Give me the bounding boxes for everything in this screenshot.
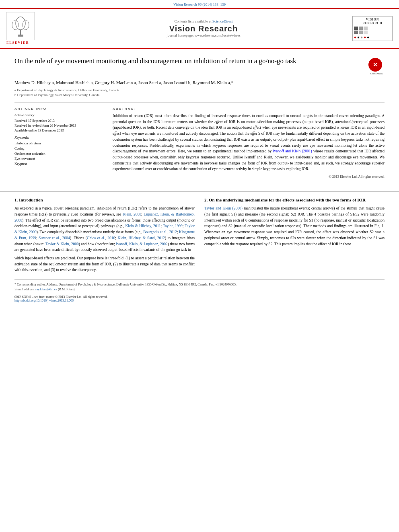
vr-logo-text: VISIONRESEARCH [354, 18, 391, 25]
section2-title-text: On the underlying mechanisms for the eff… [209, 197, 366, 202]
info-abstract-section: ARTICLE INFO Article history: Received 1… [14, 103, 385, 179]
keyword-3: Oculomotor activation [14, 151, 103, 156]
doi-link[interactable]: http://dx.doi.org/10.1016/j.visres.2013.… [14, 299, 74, 302]
sumner-2004-link[interactable]: Sumner et al., 2004 [39, 236, 70, 240]
keywords-label: Keywords: [14, 136, 103, 140]
vr-dot-black: ● [357, 35, 360, 39]
elsevier-tree-icon [6, 12, 35, 40]
contents-available-line: Contents lists available at ScienceDirec… [55, 19, 352, 23]
affiliations-section: a Department of Psychology & Neuroscienc… [14, 88, 385, 98]
vr-dot-black2: ● [367, 35, 369, 39]
main-body: 1. Introduction As explored in a typical… [0, 197, 399, 275]
revised-date: Received in revised form 26 November 201… [14, 123, 103, 127]
keywords-list: Inhibition of return Cueing Oculomotor a… [14, 141, 103, 166]
authors-text: Matthew D. Hilchey a, Mahmoud Hashish a,… [14, 80, 233, 85]
vr-box-4 [354, 31, 358, 34]
abstract-body: Inhibition of return (IOR) most often de… [113, 113, 385, 172]
journal-reference: Vision Research 96 (2014) 133–139 [0, 0, 399, 8]
elsevier-logo: ELSEVIER [6, 12, 55, 45]
article-history-label: Article history: [14, 113, 103, 117]
journal-header: ELSEVIER Contents lists available at Sci… [0, 8, 399, 48]
footnotes-section: * Corresponding author. Address: Departm… [14, 279, 385, 292]
crossmark-label: CrossMark [368, 72, 385, 75]
abstract-heading: ABSTRACT [113, 107, 385, 111]
vr-box-5 [359, 31, 363, 34]
klein-hilchey-satel-2012-link[interactable]: Klein, Hilchey, & Satel, 2012 [118, 236, 165, 240]
keyword-1: Inhibition of return [14, 141, 103, 146]
section1-number: 1. [14, 197, 18, 202]
article-info-heading: ARTICLE INFO [14, 107, 103, 111]
keyword-4: Eye movement [14, 156, 103, 161]
section1-body: As explored in a typical covert orientin… [14, 205, 195, 273]
ivanoff-2002-link[interactable]: Ivanoff, Klein, & Lupianez, 2002 [116, 242, 168, 246]
body-right-column: 2. On the underlying mechanisms for the … [204, 197, 385, 275]
article-info-column: ARTICLE INFO Article history: Received 1… [14, 107, 103, 179]
crossmark-icon: ✕ [368, 58, 382, 72]
vision-research-logo-box: VISIONRESEARCH ● ● ● ● ● [352, 16, 393, 41]
keyword-2: Cueing [14, 146, 103, 151]
title-section: On the role of eye movement monitoring a… [14, 56, 385, 75]
body-left-column: 1. Introduction As explored in a typical… [14, 197, 195, 275]
section2-title: 2. On the underlying mechanisms for the … [204, 197, 385, 202]
abstract-copyright: © 2013 Elsevier Ltd. All rights reserved… [113, 175, 385, 179]
email-link[interactable]: ray.klein@dal.ca [35, 288, 57, 291]
svg-rect-5 [18, 35, 23, 37]
vr-logo-dots: ● ● ● ● ● [354, 35, 382, 39]
corresponding-author-text: * Corresponding author. Address: Departm… [14, 283, 237, 286]
keyword-5: Keypress [14, 161, 103, 166]
section2-body: Taylor and Klein (2000) manipulated the … [204, 205, 385, 247]
available-online-date: Available online 13 December 2013 [14, 128, 103, 132]
bourgeois-2012-link[interactable]: Bourgeois et al., 2012 [143, 230, 177, 234]
vr-dot-red2: ● [364, 35, 366, 39]
journal-title: Vision Research [55, 24, 352, 33]
affiliation-b: b Department of Psychology, Saint Mary's… [14, 92, 385, 98]
authors-line: Matthew D. Hilchey a, Mahmoud Hashish a,… [14, 79, 385, 86]
vr-box-3 [364, 27, 368, 30]
lupianez-2006-link[interactable]: Lupiañez, Klein, & Bartolomeo, 2006 [14, 212, 195, 222]
taylor-klein-2000-s2-link[interactable]: Taylor and Klein (2000) [204, 206, 243, 210]
journal-ref-text: Vision Research 96 (2014) 133–139 [173, 2, 226, 6]
section-divider [0, 191, 399, 192]
section2-continuation: which input-based effects are predicted.… [14, 255, 195, 273]
journal-homepage: journal homepage: www.elsevier.com/locat… [55, 33, 352, 37]
corresponding-author-note: * Corresponding author. Address: Departm… [14, 282, 385, 287]
vr-logo-boxes [354, 27, 391, 34]
ivanoff-klein-2001-link[interactable]: Ivanoff and Klein (2001) [273, 149, 312, 153]
vr-dot-red: ● [354, 35, 356, 39]
taylor-1999-link[interactable]: Taylor, 1999 [163, 224, 183, 228]
vr-box-1 [354, 27, 358, 30]
received-date: Received 17 September 2013 [14, 119, 103, 123]
vr-box-6 [364, 31, 368, 34]
vr-logo: VISIONRESEARCH ● ● ● ● ● [352, 16, 393, 41]
taylor-klein-2000b-link[interactable]: Taylor & Klein, 2000 [45, 242, 79, 246]
section1-title-text: Introduction [19, 197, 43, 202]
abstract-column: ABSTRACT Inhibition of return (IOR) most… [113, 107, 385, 179]
vr-box-2 [359, 27, 363, 30]
section2-number: 2. [204, 197, 208, 202]
email-note: E-mail address: ray.klein@dal.ca (R.M. K… [14, 287, 385, 292]
affiliation-a: a Department of Psychology & Neuroscienc… [14, 88, 385, 93]
journal-center-info: Contents lists available at ScienceDirec… [55, 19, 352, 37]
email-label: E-mail address: [14, 288, 35, 291]
issn-text: 0042-6989/$ – see front matter © 2013 El… [14, 295, 385, 299]
sciencedirect-link[interactable]: ScienceDirect [212, 19, 232, 23]
email-suffix: (R.M. Klein). [58, 288, 76, 291]
klein-hilchey-2011-link[interactable]: Klein & Hilchey, 2011 [125, 224, 160, 228]
chica-2010-link[interactable]: Chica et al., 2010 [87, 236, 115, 240]
section1-title: 1. Introduction [14, 197, 195, 202]
article-header-section: On the role of eye movement monitoring a… [0, 49, 399, 186]
crossmark-badge: ✕ CrossMark [368, 58, 385, 75]
klein-2000-link[interactable]: Klein, 2000 [123, 212, 141, 216]
bottom-bar: 0042-6989/$ – see front matter © 2013 El… [0, 292, 399, 302]
vr-dot-gray: ● [360, 35, 363, 39]
article-title: On the role of eye movement monitoring a… [14, 56, 364, 66]
elsevier-wordmark: ELSEVIER [6, 41, 29, 45]
